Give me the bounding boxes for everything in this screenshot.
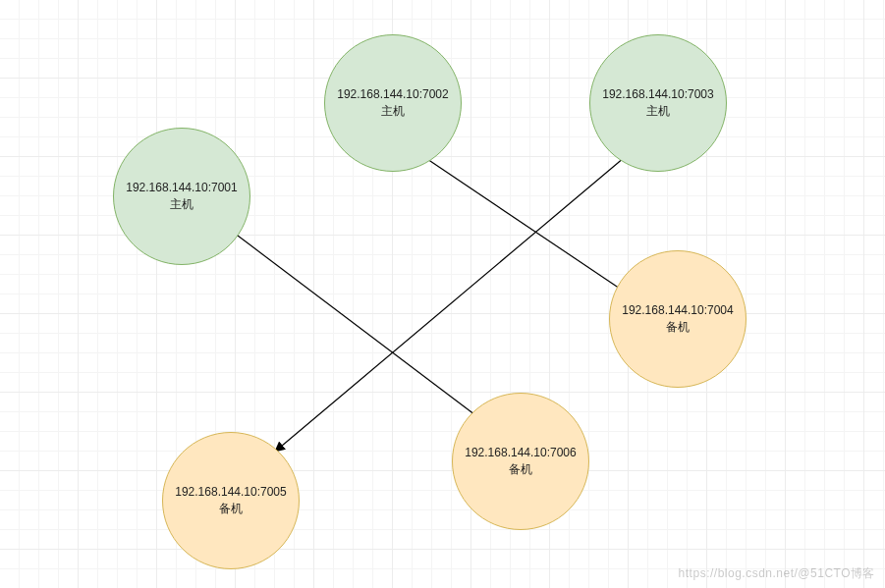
- node-ip: 192.168.144.10:7003: [602, 86, 713, 103]
- node-7002[interactable]: 192.168.144.10:7002 主机: [324, 34, 462, 172]
- node-role: 主机: [381, 103, 405, 120]
- node-role: 备机: [219, 501, 243, 517]
- node-role: 主机: [170, 196, 194, 213]
- node-ip: 192.168.144.10:7002: [337, 86, 448, 103]
- node-role: 备机: [509, 461, 532, 478]
- edge-7001-7006: [238, 236, 491, 427]
- node-ip: 192.168.144.10:7004: [622, 302, 733, 319]
- node-7004[interactable]: 192.168.144.10:7004 备机: [609, 250, 747, 388]
- watermark-text: https://blog.csdn.net/@51CTO博客: [679, 565, 875, 582]
- node-7006[interactable]: 192.168.144.10:7006 备机: [452, 393, 589, 530]
- node-7001[interactable]: 192.168.144.10:7001 主机: [113, 128, 250, 265]
- node-7005[interactable]: 192.168.144.10:7005 备机: [162, 432, 300, 569]
- node-7003[interactable]: 192.168.144.10:7003 主机: [589, 34, 727, 172]
- edge-7002-7004: [424, 157, 629, 294]
- diagram-canvas: 192.168.144.10:7001 主机 192.168.144.10:70…: [0, 0, 885, 588]
- node-ip: 192.168.144.10:7005: [175, 484, 286, 501]
- node-ip: 192.168.144.10:7001: [126, 180, 237, 196]
- node-ip: 192.168.144.10:7006: [465, 445, 576, 461]
- node-role: 备机: [666, 319, 690, 336]
- node-role: 主机: [646, 103, 670, 120]
- edge-7003-7005: [275, 152, 631, 452]
